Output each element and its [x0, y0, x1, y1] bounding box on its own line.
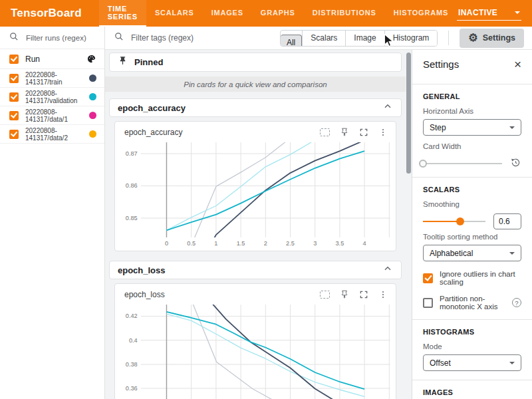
run-row-data-2[interactable]: 20220808-141317/data/2 — [0, 125, 104, 144]
svg-text:4: 4 — [363, 240, 366, 247]
scrollbar-thumb[interactable] — [406, 53, 411, 174]
svg-text:0.85: 0.85 — [126, 215, 138, 221]
tab-scalars[interactable]: SCALARS — [146, 0, 203, 27]
app-logo: TensorBoard — [11, 7, 82, 20]
tab-distributions[interactable]: DISTRIBUTIONS — [304, 0, 385, 27]
chart-title: epoch_loss — [124, 290, 310, 299]
runs-sidebar: Run 20220808-141317/train 20220808-14131… — [0, 27, 105, 399]
run-color-dot[interactable] — [89, 130, 96, 138]
chevron-down-icon — [509, 252, 515, 255]
smoothing-slider[interactable] — [423, 221, 485, 222]
pin-hint-banner: Pin cards for a quick view and compariso… — [105, 76, 406, 92]
partition-x-axis-checkbox[interactable] — [423, 298, 433, 308]
svg-text:0.5: 0.5 — [187, 240, 196, 247]
cards-scroll-area: Pinned Pin cards for a quick view and co… — [105, 50, 406, 399]
reload-status-dropdown[interactable]: INACTIVE — [457, 7, 521, 21]
group-header-epoch-accuracy[interactable]: epoch_accuracy — [109, 98, 402, 117]
svg-text:1.5: 1.5 — [237, 240, 245, 247]
settings-button[interactable]: ⚙ Settings — [460, 29, 524, 48]
fullscreen-icon[interactable] — [359, 290, 368, 299]
search-icon — [114, 31, 124, 45]
run-row-data-1[interactable]: 20220808-141317/data/1 — [0, 106, 104, 125]
chart-card-epoch-loss: epoch_loss 0.420.40.380.3600.511.522.533… — [114, 283, 396, 399]
tooltip-sorting-select[interactable]: Alphabetical — [423, 245, 521, 261]
run-color-dot[interactable] — [89, 74, 96, 82]
tab-images[interactable]: IMAGES — [203, 0, 252, 27]
slider-thumb[interactable] — [419, 160, 427, 168]
pin-icon[interactable] — [340, 128, 349, 137]
slider-thumb[interactable] — [456, 217, 464, 225]
chevron-up-icon[interactable] — [382, 101, 393, 114]
svg-text:3: 3 — [313, 240, 317, 247]
card-width-slider[interactable] — [423, 163, 502, 164]
general-heading: GENERAL — [423, 92, 521, 100]
run-checkbox[interactable] — [9, 74, 19, 83]
close-icon[interactable]: × — [514, 58, 521, 70]
select-all-runs-checkbox[interactable] — [9, 55, 19, 64]
histogram-mode-select[interactable]: Offset — [423, 354, 521, 371]
svg-text:0.87: 0.87 — [126, 150, 138, 157]
tooltip-sorting-label: Tooltip sorting method — [423, 233, 521, 241]
run-color-dot[interactable] — [89, 93, 96, 100]
ignore-outliers-checkbox[interactable] — [423, 273, 433, 283]
search-icon — [9, 31, 19, 45]
vertical-scrollbar[interactable] — [406, 50, 412, 399]
partition-x-axis-row[interactable]: Partition non-monotonic X axis ? — [423, 295, 521, 311]
run-color-dot[interactable] — [89, 112, 96, 119]
help-icon[interactable]: ? — [512, 298, 521, 307]
scalars-heading: SCALARS — [423, 186, 521, 194]
filter-histogram-button[interactable]: Histogram — [384, 31, 438, 46]
filter-image-button[interactable]: Image — [345, 31, 384, 46]
fit-to-data-icon[interactable] — [320, 291, 330, 299]
chart-title: epoch_accuracy — [124, 128, 310, 137]
filter-runs-input[interactable] — [25, 33, 98, 43]
tab-histograms[interactable]: HISTOGRAMS — [385, 0, 457, 27]
tag-type-filter-group: All Scalars Image Histogram — [280, 30, 438, 47]
images-heading: IMAGES — [423, 388, 521, 396]
runs-column-label: Run — [25, 55, 40, 64]
runs-header-row: Run — [0, 49, 104, 69]
chevron-up-icon[interactable] — [382, 263, 393, 277]
filter-all-button[interactable]: All — [281, 35, 302, 47]
svg-text:1: 1 — [214, 240, 217, 247]
run-checkbox[interactable] — [9, 92, 19, 102]
smoothing-input[interactable] — [493, 213, 521, 229]
run-row-validation[interactable]: 20220808-141317/validation — [0, 88, 104, 106]
tab-graphs[interactable]: GRAPHS — [252, 0, 304, 27]
smoothing-label: Smoothing — [423, 200, 521, 208]
tags-toolbar: All Scalars Image Histogram ⚙ Settings — [105, 27, 532, 50]
svg-text:2.5: 2.5 — [286, 240, 295, 247]
epoch-loss-chart[interactable]: 0.420.40.380.3600.511.522.533.54 — [115, 301, 396, 399]
horizontal-axis-select[interactable]: Step — [423, 119, 521, 136]
nav-tabs: TIME SERIES SCALARS IMAGES GRAPHS DISTRI… — [99, 0, 457, 27]
tab-time-series[interactable]: TIME SERIES — [99, 0, 146, 27]
toolbar-divider — [448, 31, 449, 45]
svg-text:3.5: 3.5 — [336, 240, 344, 247]
reset-icon[interactable] — [510, 157, 521, 171]
palette-icon[interactable] — [86, 54, 96, 64]
more-options-icon[interactable] — [378, 128, 388, 137]
histograms-heading: HISTOGRAMS — [423, 328, 521, 336]
reload-status-value: INACTIVE — [458, 8, 497, 17]
fullscreen-icon[interactable] — [359, 128, 368, 137]
fit-to-data-icon[interactable] — [320, 128, 330, 136]
chevron-down-icon — [509, 126, 515, 129]
more-options-icon[interactable] — [378, 290, 388, 299]
svg-text:0.38: 0.38 — [126, 361, 138, 368]
pin-icon[interactable] — [340, 290, 349, 299]
run-checkbox[interactable] — [9, 130, 19, 139]
filter-scalars-button[interactable]: Scalars — [302, 31, 345, 46]
chevron-down-icon — [509, 362, 515, 364]
epoch-accuracy-chart[interactable]: 0.850.860.8700.511.522.533.54 — [115, 139, 396, 248]
ignore-outliers-row[interactable]: Ignore outliers in chart scaling — [423, 270, 521, 286]
filter-tags-input[interactable] — [130, 33, 275, 43]
pinned-label: Pinned — [134, 57, 163, 67]
run-row-train[interactable]: 20220808-141317/train — [0, 69, 104, 88]
run-checkbox[interactable] — [9, 111, 19, 120]
group-header-epoch-loss[interactable]: epoch_loss — [109, 261, 402, 279]
card-width-label: Card Width — [423, 142, 521, 150]
chart-card-epoch-accuracy: epoch_accuracy 0.850.860.8700.511.522.53… — [114, 121, 396, 251]
svg-text:0.86: 0.86 — [126, 182, 138, 189]
svg-text:0.36: 0.36 — [126, 385, 138, 392]
gear-icon: ⚙ — [468, 33, 477, 43]
